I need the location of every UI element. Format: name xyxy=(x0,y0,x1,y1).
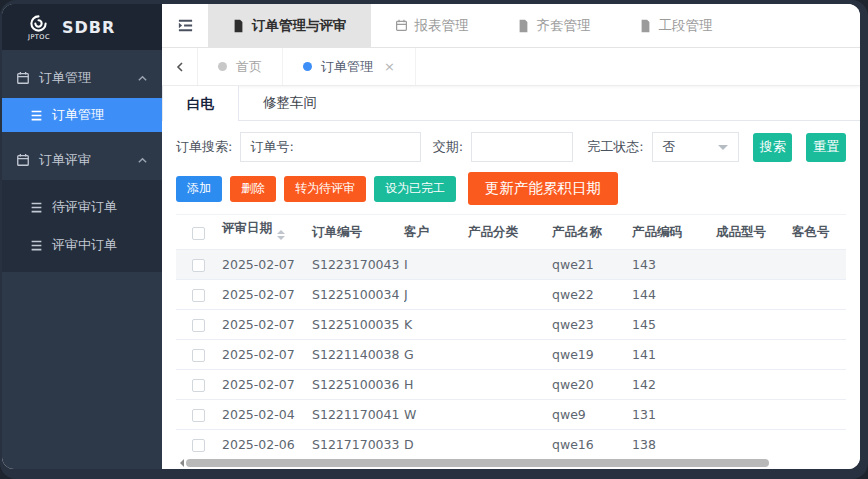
update-capacity-date-button[interactable]: 更新产能累积日期 xyxy=(468,172,618,205)
select-all-checkbox[interactable] xyxy=(192,227,205,240)
tab-repair-workshop[interactable]: 修整车间 xyxy=(239,86,341,120)
cell-product-category xyxy=(468,430,552,458)
dot-icon xyxy=(303,62,312,71)
cell-product-category xyxy=(468,400,552,430)
close-icon[interactable]: × xyxy=(384,59,395,74)
sidebar-item-label: 订单管理 xyxy=(52,106,104,124)
column-review-date[interactable]: 评审日期 xyxy=(222,215,312,250)
document-icon xyxy=(517,19,530,33)
cell-product-code: 141 xyxy=(632,340,716,370)
sidebar-item-pending-review-orders[interactable]: 待评审订单 xyxy=(2,188,162,226)
cell-finished-model xyxy=(716,280,792,310)
column-label: 订单编号 xyxy=(312,224,362,239)
cell-customer-color-no xyxy=(792,310,846,340)
chevron-up-icon xyxy=(137,73,148,84)
column-customer: 客户 xyxy=(404,215,468,250)
tab-white-appliance[interactable]: 白电 xyxy=(162,86,239,121)
top-tab-report-management[interactable]: 报表管理 xyxy=(371,4,493,47)
route-tag-label: 订单管理 xyxy=(321,58,373,76)
horizontal-scrollbar-thumb[interactable] xyxy=(186,459,769,467)
cell-order-no: S1225100034 xyxy=(312,280,404,310)
row-checkbox-cell xyxy=(176,370,222,400)
row-checkbox[interactable] xyxy=(192,349,205,362)
route-tag-bar: 首页 订单管理 × xyxy=(162,48,860,86)
cell-review-date: 2025-02-07 xyxy=(222,370,312,400)
document-icon xyxy=(232,19,245,33)
table-row[interactable]: 2025-02-07S1225100035Kqwe23145 xyxy=(176,310,846,340)
cell-order-no: S1217170033 xyxy=(312,430,404,458)
completion-status-select[interactable]: 否 xyxy=(652,132,739,162)
sort-icon[interactable] xyxy=(277,226,285,244)
app: JPTOC SDBR 订单管理 订单管理 xyxy=(2,4,860,469)
cell-customer-color-no xyxy=(792,280,846,310)
sidebar-item-order-management[interactable]: 订单管理 xyxy=(2,98,162,132)
column-finished-model: 成品型号 xyxy=(716,215,792,250)
cell-finished-model xyxy=(716,340,792,370)
cell-review-date: 2025-02-07 xyxy=(222,280,312,310)
sidebar-item-label: 评审中订单 xyxy=(52,236,117,254)
sidebar-group-order-management[interactable]: 订单管理 xyxy=(2,58,162,98)
delivery-date-input[interactable] xyxy=(472,134,572,160)
table-row[interactable]: 2025-02-06S1217170033Dqwe16138 xyxy=(176,430,846,458)
top-tab-order-management-review[interactable]: 订单管理与评审 xyxy=(208,4,371,47)
sidebar-item-in-review-orders[interactable]: 评审中订单 xyxy=(2,226,162,264)
route-tag-order-management[interactable]: 订单管理 × xyxy=(283,48,416,85)
top-tab-label: 报表管理 xyxy=(415,17,469,35)
sidebar-fold-icon[interactable] xyxy=(162,4,208,47)
sidebar-group-label: 订单评审 xyxy=(39,151,91,169)
calendar-icon xyxy=(16,71,30,85)
top-tab-label: 订单管理与评审 xyxy=(252,17,347,35)
set-completed-button[interactable]: 设为已完工 xyxy=(374,176,456,202)
row-checkbox[interactable] xyxy=(192,259,205,272)
cell-order-no: S1221140038 xyxy=(312,340,404,370)
table-row[interactable]: 2025-02-04S1221170041Wqwe9131 xyxy=(176,400,846,430)
cell-finished-model xyxy=(716,310,792,340)
scroll-left-chevron-icon[interactable] xyxy=(162,48,198,85)
row-checkbox[interactable] xyxy=(192,409,205,422)
delete-button[interactable]: 删除 xyxy=(230,176,276,202)
dot-icon xyxy=(218,62,227,71)
cell-order-no: S1223170043 xyxy=(312,250,404,280)
cell-product-category xyxy=(468,280,552,310)
sidebar-group-order-review[interactable]: 订单评审 xyxy=(2,140,162,180)
cell-product-code: 142 xyxy=(632,370,716,400)
row-checkbox-cell xyxy=(176,340,222,370)
cell-customer-color-no xyxy=(792,400,846,430)
table-row[interactable]: 2025-02-07S1225100034Jqwe22144 xyxy=(176,280,846,310)
table-row[interactable]: 2025-02-07S1223170043Iqwe21143 xyxy=(176,250,846,280)
cell-review-date: 2025-02-04 xyxy=(222,400,312,430)
list-icon xyxy=(30,239,43,252)
cell-order-no: S1225100036 xyxy=(312,370,404,400)
top-tab-section-management[interactable]: 工段管理 xyxy=(615,4,737,47)
table-row[interactable]: 2025-02-07S1221140038Gqwe19141 xyxy=(176,340,846,370)
row-checkbox[interactable] xyxy=(192,379,205,392)
select-all-checkbox-cell xyxy=(176,215,222,250)
search-button[interactable]: 搜索 xyxy=(753,133,793,162)
content-panel: 订单搜索: 订单号: 交期: 完工状态: 否 搜索 重置 添加 xyxy=(162,121,860,469)
column-label: 客户 xyxy=(404,224,429,239)
route-tag-home[interactable]: 首页 xyxy=(198,48,283,85)
row-checkbox[interactable] xyxy=(192,439,205,452)
cell-product-category xyxy=(468,310,552,340)
order-no-input[interactable] xyxy=(300,134,420,160)
column-customer-color-no: 客色号 xyxy=(792,215,846,250)
route-tag-label: 首页 xyxy=(236,58,262,76)
order-no-label: 订单号: xyxy=(241,138,299,156)
cell-review-date: 2025-02-06 xyxy=(222,430,312,458)
top-tab-label: 工段管理 xyxy=(659,17,713,35)
reset-button[interactable]: 重置 xyxy=(806,133,846,162)
cell-finished-model xyxy=(716,250,792,280)
cell-product-name: qwe16 xyxy=(552,430,632,458)
chevron-up-icon xyxy=(137,155,148,166)
top-tab-kitting-management[interactable]: 齐套管理 xyxy=(493,4,615,47)
to-pending-review-button[interactable]: 转为待评审 xyxy=(284,176,366,202)
cell-customer-color-no xyxy=(792,370,846,400)
row-checkbox[interactable] xyxy=(192,319,205,332)
cell-product-name: qwe22 xyxy=(552,280,632,310)
scroll-left-arrow-icon[interactable] xyxy=(176,459,184,467)
table-row[interactable]: 2025-02-07S1225100036Hqwe20142 xyxy=(176,370,846,400)
row-checkbox[interactable] xyxy=(192,289,205,302)
window-frame: JPTOC SDBR 订单管理 订单管理 xyxy=(0,0,868,479)
cell-finished-model xyxy=(716,400,792,430)
add-button[interactable]: 添加 xyxy=(176,176,222,202)
